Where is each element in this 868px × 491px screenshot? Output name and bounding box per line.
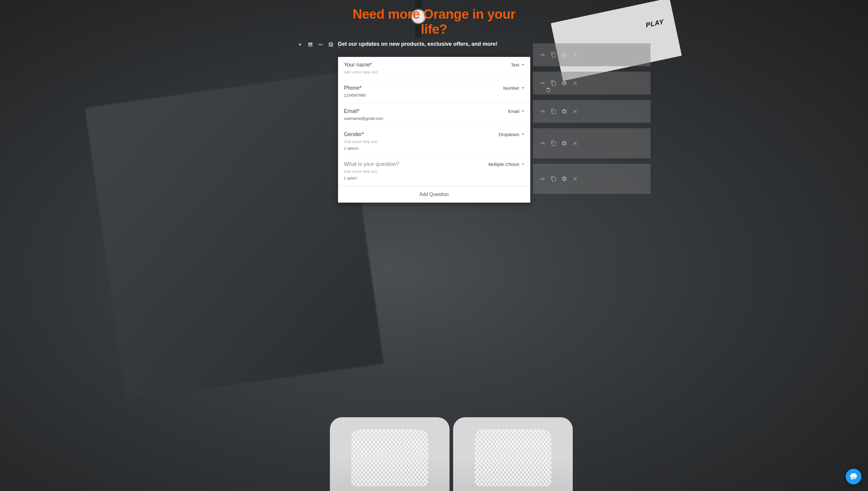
drag-handle-icon[interactable] <box>540 52 546 58</box>
toolbar-divider-icon[interactable] <box>318 41 324 48</box>
delete-icon[interactable] <box>572 108 578 114</box>
delete-icon[interactable] <box>572 52 578 58</box>
drag-handle-icon[interactable] <box>540 108 546 114</box>
field-meta: 1 option <box>344 176 524 180</box>
add-question-button[interactable]: Add Question <box>338 186 530 203</box>
page-subtitle[interactable]: Get our updates on new products, exclusi… <box>338 41 530 47</box>
field-gender[interactable]: Gender* Dropdown Add some help text 2 op… <box>338 126 530 156</box>
toolbar-video-icon[interactable] <box>297 41 303 48</box>
field-type-select[interactable]: Dropdown <box>498 132 524 137</box>
field-help-text[interactable]: Add some help text <box>344 139 524 144</box>
settings-icon[interactable] <box>561 108 567 114</box>
drag-handle-icon[interactable] <box>540 176 546 182</box>
field-actions-row <box>533 100 650 123</box>
duplicate-icon[interactable] <box>550 176 557 182</box>
settings-icon[interactable] <box>561 52 567 58</box>
form-card: Your name* Text Add some help text Phone… <box>338 57 530 203</box>
field-type-value: Number <box>503 86 519 91</box>
field-actions-row <box>533 44 650 66</box>
field-your-name[interactable]: Your name* Text Add some help text <box>338 57 530 80</box>
field-actions-column <box>533 44 650 194</box>
field-label[interactable]: Your name* <box>344 62 372 68</box>
field-type-value: Text <box>511 62 519 67</box>
text-cursor <box>338 41 339 48</box>
delete-icon[interactable] <box>572 140 578 146</box>
field-email[interactable]: Email* Email username@gmail.com <box>338 103 530 126</box>
field-meta: 2 options <box>344 146 524 150</box>
duplicate-icon[interactable] <box>550 52 557 58</box>
settings-icon[interactable] <box>561 176 567 182</box>
delete-icon[interactable] <box>572 176 578 182</box>
field-type-value: Multiple Choice <box>488 162 519 167</box>
toolbar-image-icon[interactable] <box>307 41 313 48</box>
chevron-down-icon <box>522 64 524 66</box>
field-actions-row <box>533 71 650 94</box>
field-actions-row <box>533 164 650 194</box>
field-type-select[interactable]: Text <box>511 62 524 67</box>
duplicate-icon[interactable] <box>550 108 557 114</box>
field-label[interactable]: Phone* <box>344 85 362 91</box>
field-phone[interactable]: Phone* Number 1234567890 <box>338 80 530 103</box>
field-label-placeholder[interactable]: What is your question? <box>344 161 399 167</box>
chevron-down-icon <box>522 134 524 135</box>
drag-handle-icon[interactable] <box>540 80 546 86</box>
field-type-value: Dropdown <box>498 132 519 137</box>
drag-handle-icon[interactable] <box>540 140 546 146</box>
field-help-text[interactable]: username@gmail.com <box>344 116 524 121</box>
chevron-down-icon <box>522 164 524 165</box>
field-type-select[interactable]: Email <box>508 109 524 114</box>
duplicate-icon[interactable] <box>550 80 557 86</box>
settings-icon[interactable] <box>561 80 567 86</box>
field-new-question[interactable]: What is your question? Multiple Choice A… <box>338 156 530 186</box>
page-title[interactable]: Need more Orange in your life? <box>338 7 530 37</box>
field-type-value: Email <box>508 109 519 114</box>
field-type-select[interactable]: Multiple Choice <box>488 162 524 167</box>
settings-icon[interactable] <box>561 140 567 146</box>
chat-icon <box>849 472 858 481</box>
block-toolbar <box>297 41 334 48</box>
chevron-down-icon <box>522 87 524 89</box>
field-help-text[interactable]: 1234567890 <box>344 93 524 97</box>
field-help-text[interactable]: Add some help text <box>344 169 524 174</box>
field-label[interactable]: Gender* <box>344 131 364 138</box>
field-type-select[interactable]: Number <box>503 86 524 91</box>
loading-spinner-icon <box>546 88 550 92</box>
chat-launcher-button[interactable] <box>846 469 861 484</box>
chevron-down-icon <box>522 111 524 112</box>
duplicate-icon[interactable] <box>550 140 557 146</box>
field-actions-row <box>533 128 650 158</box>
field-help-text[interactable]: Add some help text <box>344 70 524 74</box>
delete-icon[interactable] <box>572 80 578 86</box>
field-label[interactable]: Email* <box>344 108 360 114</box>
toolbar-form-icon[interactable] <box>328 41 334 48</box>
